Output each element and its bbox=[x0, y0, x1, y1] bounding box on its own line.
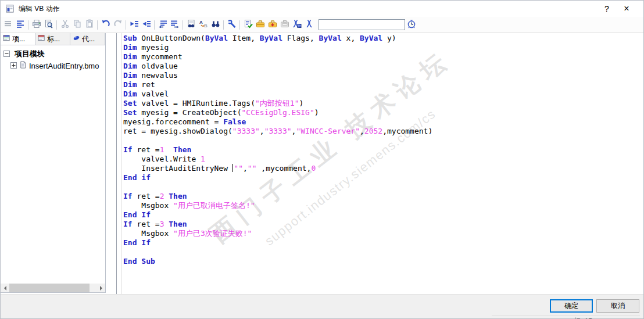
module-icon bbox=[3, 34, 10, 44]
module-box-button[interactable] bbox=[278, 19, 291, 31]
module-box-icon bbox=[280, 19, 289, 30]
first-aid-button[interactable] bbox=[266, 19, 278, 31]
code-line: If ret =2 Then bbox=[123, 192, 432, 201]
replace-button[interactable]: AB bbox=[197, 19, 209, 31]
toolbar: AB bbox=[1, 17, 643, 33]
tool-button[interactable] bbox=[303, 19, 315, 31]
undo-icon bbox=[101, 19, 110, 30]
tab-label: 标... bbox=[47, 34, 60, 44]
window-title: 编辑 VB 动作 bbox=[19, 4, 60, 14]
code-text: Sub OnLButtonDown(ByVal Item, ByVal Flag… bbox=[123, 34, 432, 266]
toolbar-separator bbox=[97, 20, 98, 30]
scroll-right-arrow[interactable] bbox=[96, 284, 105, 292]
tree-row-project-modules[interactable]: 项目模块 bbox=[1, 48, 105, 60]
undo-button[interactable] bbox=[99, 19, 112, 31]
toolbar-separator bbox=[56, 20, 57, 30]
print-preview-icon bbox=[44, 19, 53, 30]
editor-margin-line bbox=[121, 33, 121, 294]
first-aid-icon bbox=[268, 19, 277, 30]
tool-icon bbox=[305, 19, 314, 30]
file-icon bbox=[19, 61, 27, 70]
code-line: Set valvel = HMIRuntime.Tags("内部按钮1") bbox=[123, 99, 432, 108]
toolbar-separator bbox=[154, 20, 155, 30]
expand-icon[interactable] bbox=[10, 62, 17, 70]
sidebar: 项...标...代... 项目模块 InsertAuditEntry.bmo bbox=[1, 33, 106, 293]
timer-icon bbox=[407, 19, 416, 30]
tab-project[interactable]: 项... bbox=[1, 33, 35, 45]
code-line: Dim oldvalue bbox=[123, 62, 432, 71]
code-line: Sub OnLButtonDown(ByVal Item, ByVal Flag… bbox=[123, 34, 432, 43]
tree-row-insertauditentry[interactable]: InsertAuditEntry.bmo bbox=[1, 60, 105, 71]
code-editor[interactable]: 西门子工业 技术论坛 support.industry.siemens.com/… bbox=[116, 33, 643, 294]
cut-icon bbox=[60, 19, 70, 30]
object-tool-icon bbox=[292, 19, 302, 30]
window-icon bbox=[6, 5, 14, 13]
timer-button[interactable] bbox=[405, 19, 417, 31]
code-line: End If bbox=[123, 238, 432, 248]
code-line: End Sub bbox=[123, 257, 432, 266]
redo-icon bbox=[113, 19, 123, 30]
print-button[interactable] bbox=[30, 19, 42, 31]
code-line bbox=[123, 248, 432, 257]
menu-button[interactable] bbox=[2, 19, 14, 31]
code-line: Msgbox "用户已取消电子签名!" bbox=[123, 201, 432, 210]
toolbar-search-input[interactable] bbox=[319, 19, 405, 30]
comment-icon bbox=[158, 19, 167, 30]
settings-icon bbox=[227, 19, 237, 30]
find-button[interactable] bbox=[185, 19, 197, 31]
syntax-check-button[interactable] bbox=[242, 19, 254, 31]
title-bar: 编辑 VB 动作 ? × bbox=[1, 1, 643, 17]
find-next-icon bbox=[211, 19, 220, 30]
toolbar-separator bbox=[223, 20, 224, 30]
copy-button[interactable] bbox=[71, 19, 83, 31]
help-button[interactable]: ? bbox=[597, 1, 617, 17]
code-line: End if bbox=[123, 173, 432, 182]
line-style-button[interactable] bbox=[14, 19, 26, 31]
object-tool-button[interactable] bbox=[291, 19, 303, 31]
paste-icon bbox=[85, 19, 94, 30]
tree-horizontal-scrollbar[interactable] bbox=[1, 284, 105, 292]
cut-button[interactable] bbox=[59, 19, 71, 31]
toolbar-separator bbox=[183, 20, 183, 30]
code-line: Dim mycomment bbox=[123, 52, 432, 62]
sidebar-tab-strip: 项...标...代... bbox=[1, 33, 105, 45]
scroll-left-arrow[interactable] bbox=[1, 284, 9, 292]
indent-button[interactable] bbox=[128, 19, 140, 31]
print-preview-button[interactable] bbox=[42, 19, 55, 31]
code-line: Set myesig = CreateObject("CCEsigDlg.ESI… bbox=[123, 108, 432, 117]
cancel-button[interactable]: 取消 bbox=[596, 299, 639, 313]
outdent-button[interactable] bbox=[140, 19, 152, 31]
comment-button[interactable] bbox=[156, 19, 169, 31]
toolbox-button[interactable] bbox=[254, 19, 266, 31]
code-line: Msgbox "用户已3次验证失败!" bbox=[123, 229, 432, 238]
code-line: End If bbox=[123, 210, 432, 220]
ok-button[interactable]: 确定 bbox=[550, 299, 593, 313]
code-line: ret = myesig.showDialog("3333","3333","W… bbox=[123, 127, 432, 136]
settings-button[interactable] bbox=[226, 19, 238, 31]
scrollbar-thumb[interactable] bbox=[9, 284, 90, 292]
module-tree[interactable]: 项目模块 InsertAuditEntry.bmo bbox=[1, 45, 105, 71]
replace-icon: AB bbox=[199, 19, 208, 30]
redo-button[interactable] bbox=[112, 19, 124, 31]
collapse-icon[interactable] bbox=[3, 50, 10, 59]
paste-button[interactable] bbox=[83, 19, 95, 31]
tab-standard[interactable]: 标... bbox=[35, 33, 70, 45]
code-line: Dim newvalus bbox=[123, 71, 432, 80]
tab-label: 项... bbox=[12, 34, 25, 44]
edit-vb-action-dialog: 编辑 VB 动作 ? × AB 项...标...代... 项目模块 Insert… bbox=[0, 0, 644, 319]
code-line: Dim valvel bbox=[123, 89, 432, 99]
print-icon bbox=[32, 19, 41, 30]
tab-code[interactable]: 代... bbox=[70, 33, 105, 45]
copy-icon bbox=[73, 19, 82, 30]
close-button[interactable]: × bbox=[617, 1, 636, 17]
uncomment-button[interactable] bbox=[169, 19, 181, 31]
module-red-icon bbox=[38, 34, 45, 44]
code-line: Dim ret bbox=[123, 80, 432, 89]
tree-root-label: 项目模块 bbox=[15, 49, 45, 59]
toolbar-separator bbox=[126, 20, 126, 30]
find-next-button[interactable] bbox=[209, 19, 221, 31]
line-style-icon bbox=[16, 19, 25, 30]
indent-icon bbox=[130, 19, 139, 30]
toolbar-separator bbox=[28, 20, 28, 30]
tab-label: 代... bbox=[82, 34, 95, 44]
